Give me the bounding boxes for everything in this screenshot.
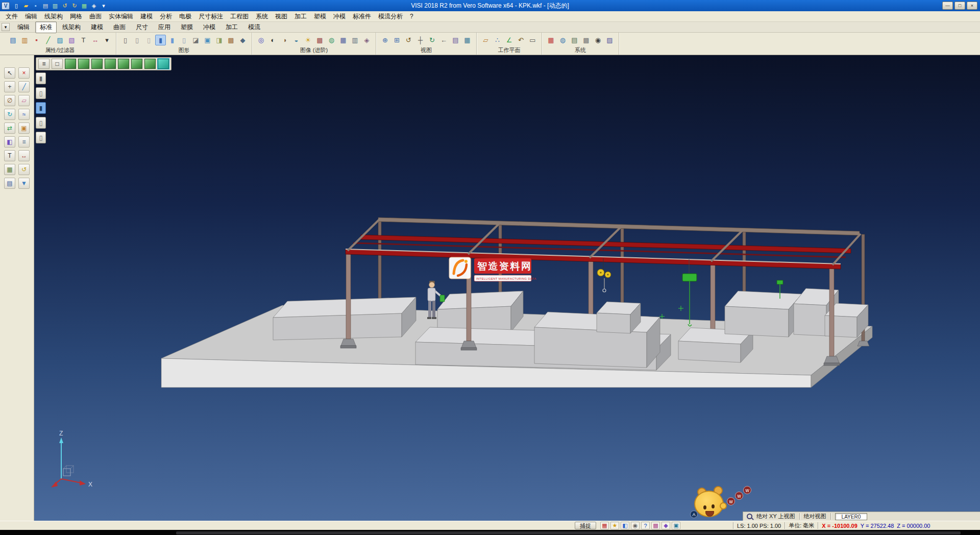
workplane-rotate-icon[interactable]: ↶ (516, 35, 526, 45)
menu-surface[interactable]: 曲面 (86, 11, 105, 22)
help-icon[interactable]: ? (641, 522, 650, 529)
previous-view-icon[interactable]: ← (438, 35, 449, 45)
menu-system[interactable]: 系统 (252, 11, 272, 22)
view-menu-icon[interactable]: ≡ (38, 59, 50, 69)
workplane-align-icon[interactable]: ∠ (504, 35, 514, 45)
close-button[interactable]: × (967, 2, 977, 10)
lights-icon[interactable]: ☀ (303, 35, 313, 45)
menu-standard-parts[interactable]: 标准件 (349, 11, 375, 22)
menu-solid-edit[interactable]: 实体编辑 (105, 11, 137, 22)
color-palette-icon[interactable]: ▦ (546, 35, 556, 45)
capture-image-icon[interactable]: ▦ (338, 35, 349, 45)
named-views-icon[interactable]: ▤ (450, 35, 461, 45)
tab-moldflow[interactable]: 模流 (243, 21, 265, 33)
menu-analysis[interactable]: 分析 (156, 11, 176, 22)
environment-icon[interactable]: ◍ (326, 35, 337, 45)
copy-properties-icon[interactable]: ▥ (19, 35, 30, 45)
selection-mode-icon[interactable]: ★ (610, 522, 619, 529)
toolbar-options-dropdown[interactable]: ▾ (2, 23, 10, 31)
tab-application[interactable]: 应用 (154, 21, 175, 33)
filter-surfaces-icon[interactable]: ▨ (55, 35, 65, 45)
windows-taskbar[interactable] (0, 530, 980, 535)
move-icon[interactable]: ⇄ (4, 123, 15, 134)
snap-settings-icon[interactable]: ▦ (600, 522, 609, 529)
minimize-button[interactable]: — (942, 2, 953, 10)
workplane-indicator[interactable]: 绝对 XY 上视图 (756, 513, 795, 520)
rotate-icon[interactable]: ↻ (4, 109, 15, 120)
undo-icon[interactable]: ↺ (18, 164, 30, 175)
qat-dropdown-arrow[interactable]: ▾ (100, 2, 108, 10)
app-icon[interactable]: V (2, 2, 10, 10)
view-back-icon[interactable] (118, 59, 129, 69)
wireframe-mode-icon[interactable]: ▯ (120, 35, 131, 45)
show-points-toggle[interactable]: ▯ (36, 117, 46, 129)
properties-brush-icon[interactable]: ▤ (8, 35, 18, 45)
tab-wireframe[interactable]: 线架构 (58, 21, 85, 33)
menu-dimension[interactable]: 尺寸标注 (195, 11, 227, 22)
view-bottom-icon[interactable] (144, 59, 156, 69)
graphics-settings-icon[interactable]: ◆ (237, 35, 248, 45)
point-icon[interactable]: + (4, 81, 15, 92)
view-left-icon[interactable] (131, 59, 142, 69)
qat-settings-icon[interactable]: ◈ (90, 2, 98, 10)
view-mode-indicator[interactable]: 绝对视图 (804, 513, 826, 520)
workplane-3points-icon[interactable]: ∴ (492, 35, 503, 45)
qat-redo-icon[interactable]: ↻ (70, 2, 79, 10)
qat-save-icon[interactable]: ▪ (32, 2, 40, 10)
render-mode-icon[interactable]: ◆ (662, 522, 670, 529)
grid-icon[interactable]: ▩ (581, 35, 592, 45)
advanced-settings-icon[interactable]: ◈ (361, 35, 372, 45)
dimension-icon[interactable]: ↔ (18, 150, 30, 161)
view-top-icon[interactable] (78, 59, 89, 69)
ghost-mode-icon[interactable]: ▯ (179, 35, 189, 45)
filter-text-icon[interactable]: T (78, 35, 89, 45)
filter-dropdown-arrow[interactable]: ▾ (102, 35, 112, 45)
qat-open-file-icon[interactable]: ▰ (22, 2, 30, 10)
tab-modeling[interactable]: 建模 (86, 21, 108, 33)
menu-help[interactable]: ? (406, 12, 417, 21)
texture-display-icon[interactable]: ▩ (226, 35, 236, 45)
menu-view[interactable]: 视图 (272, 11, 291, 22)
offset-icon[interactable]: ≡ (18, 136, 30, 148)
save-view-icon[interactable]: ▼ (18, 178, 30, 189)
menu-mold[interactable]: 塑模 (310, 11, 330, 22)
reflection-icon[interactable]: ◒ (291, 35, 302, 45)
tab-machining[interactable]: 加工 (221, 21, 242, 33)
qat-properties-icon[interactable]: ▦ (80, 2, 88, 10)
view-dynamic-icon[interactable] (158, 59, 169, 69)
menu-file[interactable]: 文件 (2, 11, 21, 22)
tab-dimension[interactable]: 尺寸 (131, 21, 153, 33)
multi-view-icon[interactable]: ▥ (350, 35, 360, 45)
show-wireframe-toggle[interactable]: ▮ (36, 102, 46, 114)
menu-modeling[interactable]: 建模 (137, 11, 156, 22)
filter-curves-icon[interactable]: ╱ (43, 35, 54, 45)
show-annotations-toggle[interactable]: ▯ (36, 132, 46, 143)
view-front-icon[interactable] (91, 59, 103, 69)
select-icon[interactable]: ↖ (4, 67, 15, 79)
snap-toggle-button[interactable]: 捕捉 (575, 522, 596, 529)
maximize-button[interactable]: □ (954, 2, 965, 10)
measure-icon[interactable]: ∅ (4, 95, 15, 106)
qat-new-document-icon[interactable]: ▯ (12, 2, 20, 10)
group-icon[interactable]: ▦ (4, 164, 15, 175)
stereo-glasses-icon[interactable]: ◐ (267, 35, 278, 45)
menu-wireframe[interactable]: 线架构 (41, 11, 66, 22)
workplane-reset-icon[interactable]: ▭ (527, 35, 538, 45)
workplane-standard-icon[interactable]: ▱ (480, 35, 491, 45)
pan-icon[interactable]: ┼ (415, 35, 426, 45)
layer-manager-icon[interactable]: ▤ (569, 35, 580, 45)
qat-print-icon[interactable]: ▤ (41, 2, 50, 10)
menu-mesh[interactable]: 网格 (66, 11, 86, 22)
filter-dimensions-icon[interactable]: ↔ (90, 35, 101, 45)
3d-scene[interactable]: 智造资料网 INTELLIGENT MANUFACTURING DATA Z X (34, 55, 980, 521)
model-viewport[interactable]: 智造资料网 INTELLIGENT MANUFACTURING DATA Z X (34, 55, 980, 521)
modify-icon[interactable]: ≈ (18, 109, 30, 120)
active-layer-indicator[interactable]: LAYER0 (835, 513, 868, 520)
box-display-icon[interactable]: ▣ (202, 35, 213, 45)
zoom-fit-icon[interactable]: ⊕ (380, 35, 390, 45)
tab-molding[interactable]: 塑膜 (176, 21, 198, 33)
show-solids-toggle[interactable]: ▮ (36, 72, 46, 84)
menu-drawing[interactable]: 工程图 (227, 11, 252, 22)
draft-quality-icon[interactable]: ◨ (214, 35, 225, 45)
view-wireframe-box-icon[interactable]: □ (52, 59, 63, 69)
